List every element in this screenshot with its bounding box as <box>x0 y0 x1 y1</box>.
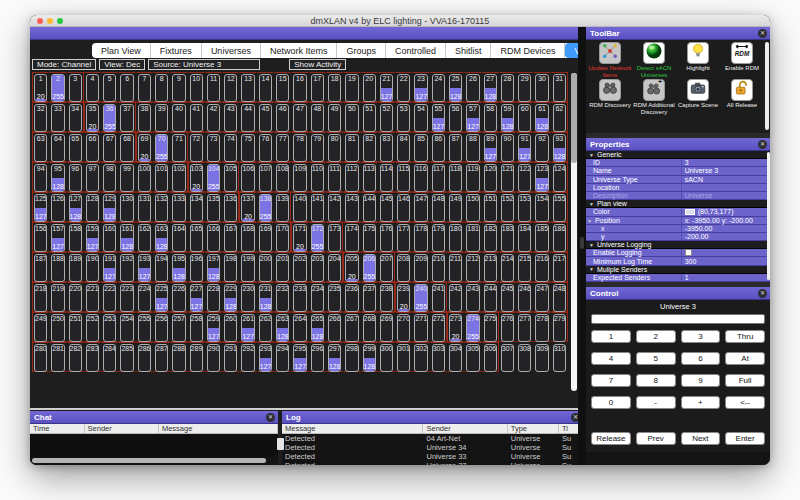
channel-74[interactable]: 74 <box>224 134 237 162</box>
channel-298[interactable]: 298 <box>345 344 358 372</box>
channel-145[interactable]: 145 <box>380 194 393 222</box>
key-thru[interactable]: Thru <box>725 330 765 343</box>
channel-158[interactable]: 158 <box>69 224 82 252</box>
channel-237[interactable]: 237 <box>363 284 376 312</box>
chat-close-icon[interactable] <box>266 413 275 422</box>
channel-226[interactable]: 226 <box>172 284 185 312</box>
property-row-x[interactable]: x-3950.00 <box>586 225 770 233</box>
channel-138[interactable]: 138255 <box>259 194 272 222</box>
grid-scrollbar[interactable] <box>571 73 577 391</box>
key-3[interactable]: 3 <box>681 330 721 343</box>
channel-15[interactable]: 15 <box>276 74 289 102</box>
property-row-universe-type[interactable]: Universe TypesACN <box>586 176 770 184</box>
channel-239[interactable]: 23920 <box>397 284 410 312</box>
channel-220[interactable]: 220 <box>69 284 82 312</box>
channel-277[interactable]: 277 <box>518 314 531 342</box>
channel-64[interactable]: 64 <box>51 134 64 162</box>
channel-182[interactable]: 182 <box>484 224 497 252</box>
dock-resize-grip[interactable] <box>277 438 284 450</box>
channel-117[interactable]: 117 <box>432 164 445 192</box>
property-row-location[interactable]: Location <box>586 184 770 192</box>
channel-84[interactable]: 84 <box>397 134 410 162</box>
property-value[interactable]: 1 <box>682 274 770 281</box>
channel-299[interactable]: 299128 <box>363 344 376 372</box>
channel-3[interactable]: 3 <box>69 74 82 102</box>
channel-161[interactable]: 161128 <box>120 224 133 252</box>
channel-175[interactable]: 175 <box>363 224 376 252</box>
channel-110[interactable]: 110 <box>311 164 324 192</box>
channel-29[interactable]: 29 <box>518 74 531 102</box>
channel-257[interactable]: 257 <box>172 314 185 342</box>
view-selector[interactable]: View: Dec <box>99 59 145 70</box>
channel-101[interactable]: 101 <box>155 164 168 192</box>
property-value[interactable]: Universe <box>682 192 770 199</box>
channel-178[interactable]: 178 <box>414 224 427 252</box>
channel-148[interactable]: 148 <box>432 194 445 222</box>
channel-43[interactable]: 43 <box>224 104 237 132</box>
panel-divider-grip[interactable] <box>580 237 584 249</box>
property-value[interactable]: 3 <box>682 159 770 166</box>
channel-293[interactable]: 293127 <box>259 344 272 372</box>
minimize-window-button[interactable] <box>47 18 53 24</box>
channel-76[interactable]: 76 <box>259 134 272 162</box>
properties-scrollbar[interactable] <box>767 152 770 280</box>
log-row[interactable]: DetectedUniverse 34UniverseSu <box>282 443 583 452</box>
toolbar-close-icon[interactable] <box>758 29 767 38</box>
channel-123[interactable]: 123127 <box>535 164 548 192</box>
channel-38[interactable]: 38 <box>138 104 151 132</box>
channel-4[interactable]: 4 <box>86 74 99 102</box>
channel-225[interactable]: 225127 <box>155 284 168 312</box>
channel-166[interactable]: 166 <box>207 224 220 252</box>
property-row-minimum-log-time[interactable]: Minimum Log Time300 <box>586 257 770 265</box>
channel-136[interactable]: 136 <box>224 194 237 222</box>
channel-251[interactable]: 251 <box>69 314 82 342</box>
channel-63[interactable]: 63 <box>34 134 47 162</box>
key-full[interactable]: Full <box>725 374 765 387</box>
grid-scrollbar-thumb[interactable] <box>571 73 577 163</box>
tab-shitlist[interactable]: Shitlist <box>446 43 492 58</box>
channel-296[interactable]: 296 <box>311 344 324 372</box>
chat-hscrollbar[interactable] <box>30 457 278 464</box>
channel-140[interactable]: 140 <box>293 194 306 222</box>
channel-234[interactable]: 234 <box>311 284 324 312</box>
channel-93[interactable]: 93128 <box>553 134 566 162</box>
channel-51[interactable]: 51 <box>363 104 376 132</box>
channel-283[interactable]: 283 <box>86 344 99 372</box>
channel-215[interactable]: 215 <box>518 254 531 282</box>
section-universe-logging[interactable]: Universe Logging <box>586 241 770 249</box>
channel-191[interactable]: 191127 <box>103 254 116 282</box>
channel-174[interactable]: 174 <box>345 224 358 252</box>
channel-23[interactable]: 23127 <box>414 74 427 102</box>
channel-82[interactable]: 82 <box>363 134 376 162</box>
channel-66[interactable]: 66 <box>86 134 99 162</box>
channel-156[interactable]: 156 <box>34 224 47 252</box>
property-value[interactable]: Universe 3 <box>682 167 770 174</box>
channel-153[interactable]: 153 <box>518 194 531 222</box>
channel-193[interactable]: 193127 <box>138 254 151 282</box>
channel-204[interactable]: 204 <box>328 254 341 282</box>
channel-187[interactable]: 187 <box>34 254 47 282</box>
channel-303[interactable]: 303 <box>432 344 445 372</box>
channel-12[interactable]: 12 <box>224 74 237 102</box>
channel-217[interactable]: 217 <box>553 254 566 282</box>
color-swatch[interactable] <box>685 209 695 215</box>
channel-137[interactable]: 13720 <box>241 194 254 222</box>
channel-1[interactable]: 120 <box>34 74 47 102</box>
channel-292[interactable]: 292 <box>241 344 254 372</box>
channel-232[interactable]: 232 <box>276 284 289 312</box>
channel-179[interactable]: 179 <box>432 224 445 252</box>
channel-254[interactable]: 254 <box>120 314 133 342</box>
channel-206[interactable]: 206255 <box>363 254 376 282</box>
channel-150[interactable]: 150 <box>466 194 479 222</box>
channel-116[interactable]: 116 <box>414 164 427 192</box>
channel-250[interactable]: 250 <box>51 314 64 342</box>
channel-126[interactable]: 126 <box>51 194 64 222</box>
log-row[interactable]: DetectedUniverse 33UniverseSu <box>282 452 583 461</box>
channel-271[interactable]: 271 <box>414 314 427 342</box>
section-plan-view[interactable]: Plan view <box>586 200 770 208</box>
channel-198[interactable]: 198 <box>224 254 237 282</box>
channel-59[interactable]: 59128 <box>501 104 514 132</box>
channel-266[interactable]: 266 <box>328 314 341 342</box>
key--[interactable]: <-- <box>725 396 765 409</box>
channel-108[interactable]: 108 <box>276 164 289 192</box>
